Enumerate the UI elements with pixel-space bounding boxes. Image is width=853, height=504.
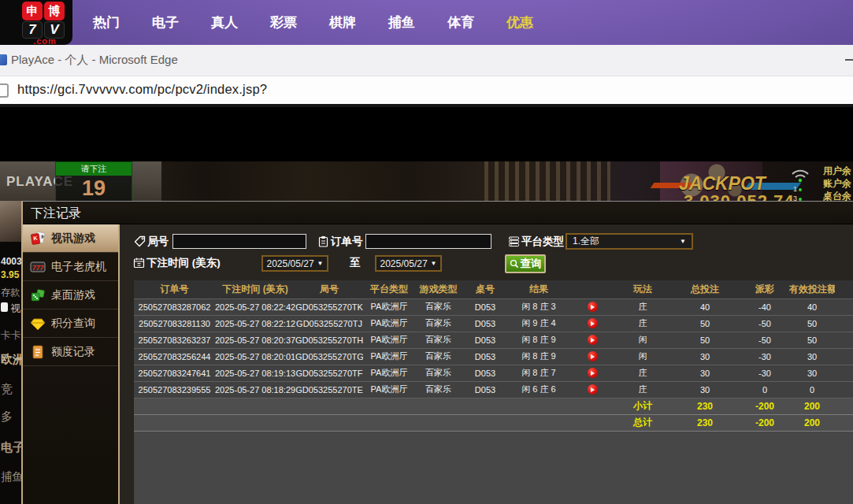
deposit-link-fragment: 存款 [1, 286, 20, 299]
ledger-icon [30, 344, 46, 360]
sidebar-item-table-games[interactable]: 桌面游戏 [23, 281, 118, 309]
subtotal-spacer [835, 398, 853, 414]
sidebar-item-label: 积分查询 [51, 317, 95, 331]
search-button-label: 查询 [521, 257, 542, 271]
cell-valid: 50 [789, 332, 835, 348]
cell-round: GD053255270TH [295, 332, 363, 348]
col-total-bet: 总投注 [669, 280, 740, 298]
cell-valid: 30 [789, 365, 835, 381]
modal-title-bar: 下注记录 [23, 202, 853, 224]
cell-game: 百家乐 [415, 298, 462, 315]
sidebar-item-live-games[interactable]: 9 K 视讯游戏 [23, 224, 118, 253]
subtotal-payout: -200 [740, 398, 789, 414]
cell-game: 百家乐 [415, 332, 462, 348]
cell-round: GD053255270TK [295, 298, 363, 315]
table-row: 250527083287062 2025-05-27 08:22:42 GD05… [134, 298, 853, 315]
replay-button[interactable] [588, 368, 598, 378]
platform-type-label: 平台类型 [521, 235, 564, 249]
cell-game: 百家乐 [415, 315, 462, 332]
page-left-edge: 4003 3.95 存款 视 卡卡 欧洲 竞 多 电子 捕鱼王 [0, 201, 21, 504]
cell-result: 闲 8 庄 3 [509, 298, 569, 315]
col-replay [569, 280, 616, 298]
cell-result: 闲 6 庄 6 [509, 381, 569, 398]
cell-round: GD053255270TG [295, 348, 363, 365]
replay-button[interactable] [588, 302, 598, 312]
date-to-picker[interactable]: 2025/05/27 ▼ [375, 255, 442, 272]
cell-game: 百家乐 [415, 381, 462, 398]
modal-title: 下注记录 [23, 202, 853, 222]
cell-platform: PA欧洲厅 [363, 298, 415, 315]
balance-fragment: 4003 [1, 256, 21, 267]
menu-fragment: 欧洲 [1, 352, 21, 367]
window-title-bar: PlayAce - 个人 - Microsoft Edge [0, 45, 853, 76]
col-game-type: 游戏类型 [415, 280, 462, 298]
nav-item-live[interactable]: 真人 [206, 13, 243, 32]
cell-payout: -50 [740, 332, 789, 348]
cell-total: 40 [669, 298, 740, 315]
platform-type-select[interactable]: 1.全部 ▼ [566, 233, 693, 250]
platform-type-value: 1.全部 [573, 235, 599, 248]
cell-round: GD053255270TJ [295, 315, 363, 332]
sidebar-item-slots[interactable]: 777 电子老虎机 [23, 253, 118, 281]
tag-icon [134, 235, 146, 247]
cell-payout: -50 [740, 315, 789, 332]
order-no-label: 订单号 [331, 235, 363, 249]
logo-suffix: .com [22, 39, 68, 45]
table-row: 250527083239555 2025-05-27 08:18:29 GD05… [134, 381, 853, 398]
cell-game: 百家乐 [415, 365, 462, 381]
window-title: PlayAce - 个人 - Microsoft Edge [11, 53, 178, 68]
bet-countdown-tile[interactable]: 请下注 19 [55, 161, 132, 202]
table-header-row: 订单号 下注时间 (美东) 局号 平台类型 游戏类型 桌号 结果 玩法 总 [134, 280, 853, 298]
table-row: 250527083247641 2025-05-27 08:19:13 GD05… [134, 365, 853, 381]
date-from-picker[interactable]: 2025/05/27 ▼ [261, 255, 328, 272]
col-play-type: 玩法 [616, 280, 669, 298]
nav-item-lottery[interactable]: 彩票 [265, 13, 302, 32]
round-no-input[interactable] [172, 234, 306, 249]
replay-button[interactable] [588, 318, 598, 328]
cell-replay [569, 332, 616, 348]
top-nav-menu: 热门 电子 真人 彩票 棋牌 捕鱼 体育 优惠 [88, 0, 538, 45]
grandtotal-payout: -200 [740, 414, 789, 431]
cell-order: 250527083239555 [134, 381, 215, 398]
poker-cards-icon: 9 K [30, 231, 46, 246]
minimize-button[interactable] [845, 59, 853, 61]
sidebar-item-points[interactable]: 积分查询 [23, 309, 118, 338]
date-from-value: 2025/05/27 [267, 258, 314, 269]
online-dot-icon [799, 188, 802, 191]
replay-button[interactable] [588, 351, 598, 361]
search-button[interactable]: 查询 [505, 254, 546, 273]
url-input[interactable] [17, 82, 836, 97]
cell-play: 闲 [616, 332, 669, 348]
cell-status: 已派彩 [835, 365, 853, 381]
top-nav-bar: 申 博 7 V .com 热门 电子 真人 彩票 棋牌 捕鱼 体育 优惠 [0, 0, 853, 45]
cell-platform: PA欧洲厅 [363, 365, 415, 381]
nav-item-fishing[interactable]: 捕鱼 [384, 13, 420, 32]
cell-time: 2025-05-27 08:19:13 [215, 365, 295, 381]
table-row: 250527083256244 2025-05-27 08:20:01 GD05… [134, 348, 853, 365]
sidebar-item-credit-records[interactable]: 额度记录 [23, 338, 118, 366]
nav-item-sports[interactable]: 体育 [443, 13, 479, 32]
cell-order: 250527083287062 [134, 298, 215, 315]
bet-time-label: 下注时间 (美东) [146, 256, 221, 270]
nav-item-promo[interactable]: 优惠 [502, 13, 538, 32]
account-info-line: 用户余 [823, 165, 853, 177]
nav-item-chess[interactable]: 棋牌 [325, 13, 361, 32]
cell-play: 庄 [616, 315, 669, 332]
nav-item-hot[interactable]: 热门 [88, 13, 124, 32]
account-info-line: 桌台余 [823, 190, 853, 202]
chevron-down-icon: ▼ [431, 260, 437, 267]
cell-total: 50 [669, 315, 740, 332]
svg-text:K: K [33, 235, 38, 241]
nav-item-slots[interactable]: 电子 [147, 13, 184, 32]
cell-replay [569, 365, 616, 381]
replay-button[interactable] [588, 384, 598, 395]
cell-total: 30 [669, 381, 740, 398]
menu-fragment: 多 [1, 410, 13, 424]
order-no-input[interactable] [365, 234, 491, 249]
col-round-no: 局号 [295, 280, 363, 298]
replay-button[interactable] [588, 335, 598, 345]
cell-time: 2025-05-27 08:18:29 [215, 381, 295, 398]
wifi-icon [790, 168, 810, 183]
page-info-icon[interactable] [0, 83, 9, 98]
site-logo[interactable]: 申 博 7 V .com [22, 2, 68, 45]
